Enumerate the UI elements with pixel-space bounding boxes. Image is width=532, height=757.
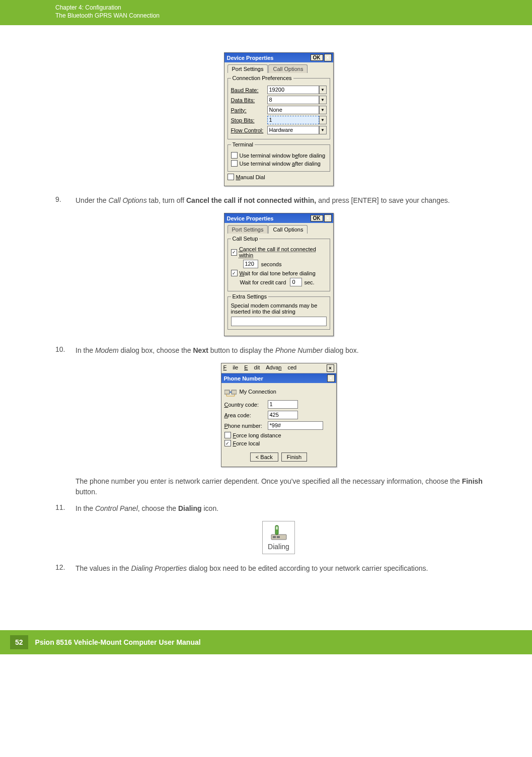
svg-rect-6 [276,526,278,529]
wait-dialtone-row[interactable]: ✓ Wait for dial tone before dialing [231,270,327,276]
step-number: 12. [55,563,75,574]
tab-port-settings[interactable]: Port Settings [227,225,268,234]
data-bits-label: Data Bits: [231,97,267,103]
data-bits-row: Data Bits: 8 ▼ [231,96,327,104]
menu-advanced[interactable]: Advanced [266,364,296,372]
seconds-input[interactable]: 120 [243,260,258,268]
flow-control-dropdown[interactable]: Hardware ▼ [267,126,327,134]
ok-button[interactable]: OK [311,54,323,61]
checkbox-label: Force local [233,440,260,446]
area-code-input[interactable]: 425 [268,411,298,419]
close-icon[interactable]: × [327,364,334,372]
force-local-row[interactable]: ✓ Force local [224,440,333,446]
checkbox-icon: ✓ [231,270,238,276]
close-icon[interactable]: × [324,214,332,222]
step-number: 10. [55,345,75,356]
tab-port-settings[interactable]: Port Settings [227,64,268,73]
step-text: The phone number you enter is network ca… [75,476,502,497]
step-text: Under the Call Options tab, turn off Can… [75,195,502,206]
dialog-title: Device Properties [226,55,311,61]
step-10: 10. In the Modem dialog box, choose the … [55,345,502,356]
extra-settings-group: Extra Settings Special modem commands ma… [227,293,330,330]
chevron-down-icon: ▼ [319,126,327,134]
back-button[interactable]: < Back [250,452,278,462]
text: The values in the [75,564,131,572]
text-em: Dialing Properties [131,564,187,572]
finish-button[interactable]: Finish [281,452,307,462]
tab-call-options[interactable]: Call Options [268,64,308,73]
wait-credit-input[interactable]: 0 [290,278,302,286]
step-number: 9. [55,195,75,206]
baud-rate-dropdown[interactable]: 19200 ▼ [267,86,327,94]
menu-edit[interactable]: Edit [244,364,260,372]
terminal-after-row[interactable]: Use terminal window after dialing [231,160,327,167]
parity-label: Parity: [231,107,267,113]
spacer [55,476,75,497]
svg-rect-4 [277,536,280,538]
wait-credit-row: Wait for credit card 0 sec. [231,278,327,286]
step-12: 12. The values in the Dialing Properties… [55,563,502,574]
tabs: Port Settings Call Options [227,225,330,234]
text: Under the [75,196,108,204]
page-footer: 52 Psion 8516 Vehicle-Mount Computer Use… [0,630,532,654]
country-code-row: Country code: 1 [224,400,333,409]
ok-button[interactable]: OK [311,215,323,221]
data-bits-dropdown[interactable]: 8 ▼ [267,96,327,104]
text-em: Control Panel [95,504,138,512]
chapter-label: Chapter 4: Configuration [55,4,522,11]
baud-rate-value: 19200 [267,86,319,94]
data-bits-value: 8 [267,96,319,104]
checkbox-icon: ✓ [231,249,237,256]
dialog-body: Port Settings Call Options Connection Pr… [224,62,333,186]
dialing-icon-box[interactable]: Dialing [262,521,295,554]
dialing-icon-wrap: Dialing [55,521,502,554]
flow-control-label: Flow Control: [231,127,267,133]
close-icon[interactable]: × [324,54,332,61]
stop-bits-dropdown[interactable]: 1 ▼ [267,116,327,124]
text: dialog box, choose the [119,346,193,354]
phone-number-dialog: File Edit Advanced × Phone Number × My C… [221,363,337,467]
dialing-icon-label: Dialing [268,543,289,551]
text-strong: Dialing [178,504,202,512]
text: icon. [202,504,218,512]
step-11: 11. In the Control Panel, choose the Dia… [55,503,502,514]
step-9: 9. Under the Call Options tab, turn off … [55,195,502,206]
phone-number-row: Phone number: *99# [224,421,333,430]
text: button to display the [208,346,275,354]
checkbox-icon [231,160,238,167]
svg-rect-0 [224,390,230,394]
connection-name: My Connection [240,389,276,395]
text-em: Modem [95,346,119,354]
text: In the [75,346,95,354]
group-legend: Terminal [231,141,255,147]
close-icon[interactable]: × [327,374,335,382]
dialog-title: Device Properties [226,215,311,221]
menu-file[interactable]: File [223,364,239,372]
device-properties-port-dialog-wrap: Device Properties OK × Port Settings Cal… [55,52,502,186]
group-legend: Call Setup [231,236,260,242]
area-code-label: Area code: [224,412,268,418]
terminal-before-row[interactable]: Use terminal window before dialing [231,152,327,159]
tab-call-options[interactable]: Call Options [268,225,308,234]
country-code-input[interactable]: 1 [268,400,298,409]
cancel-call-row[interactable]: ✓ Cancel the call if not connected withi… [231,246,327,258]
chevron-down-icon: ▼ [319,86,327,94]
area-code-row: Area code: 425 [224,411,333,419]
force-long-distance-row[interactable]: Force long distance [224,432,333,438]
group-legend: Extra Settings [231,293,268,299]
phone-number-dialog-wrap: File Edit Advanced × Phone Number × My C… [55,363,502,467]
chevron-down-icon: ▼ [319,106,327,114]
flow-control-row: Flow Control: Hardware ▼ [231,126,327,134]
checkbox-label: Use terminal window before dialing [240,153,326,159]
sec-label: sec. [304,279,314,285]
phone-number-input[interactable]: *99# [268,421,323,430]
footer-title: Psion 8516 Vehicle-Mount Computer User M… [35,638,201,646]
manual-dial-row[interactable]: Manual Dial [227,174,330,180]
country-code-label: Country code: [224,402,268,408]
section-label: The Bluetooth GPRS WAN Connection [55,12,522,19]
extra-input[interactable] [231,317,327,326]
sub-title: Phone Number [223,375,327,382]
parity-dropdown[interactable]: None ▼ [267,106,327,114]
device-properties-call-dialog-wrap: Device Properties OK × Port Settings Cal… [55,213,502,336]
page-content: Device Properties OK × Port Settings Cal… [0,25,532,600]
